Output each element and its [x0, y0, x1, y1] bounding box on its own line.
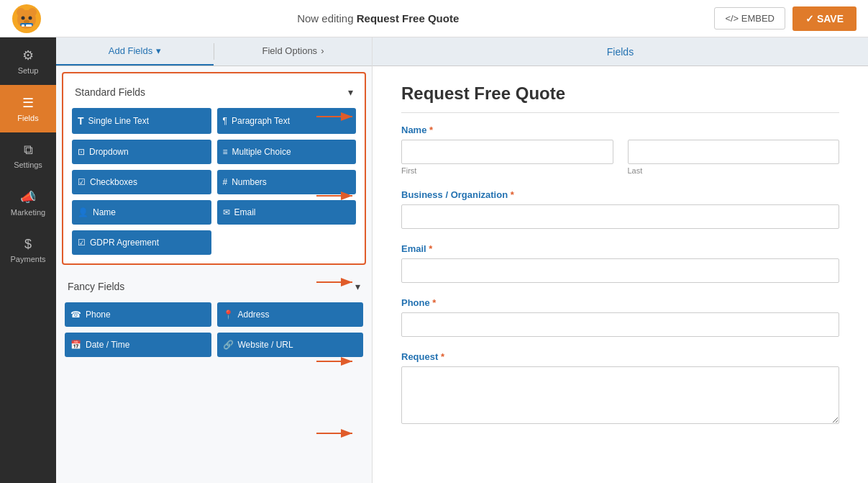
fancy-fields-collapse-icon[interactable]: ▾ [355, 281, 360, 292]
save-button[interactable]: ✓ SAVE [792, 6, 856, 31]
logo [12, 4, 42, 34]
form-preview-title: Request Free Quote [401, 83, 839, 113]
field-btn-email[interactable]: ✉ Email [217, 200, 357, 225]
form-preview: Request Free Quote Name * First Last [373, 66, 868, 483]
business-input[interactable] [401, 204, 839, 229]
form-field-request: Request * [401, 351, 839, 426]
fancy-fields-title: Fancy Fields [68, 281, 124, 292]
setup-icon: ⚙ [22, 48, 34, 63]
checkboxes-label: Checkboxes [90, 177, 137, 187]
dropdown-label: Dropdown [89, 147, 129, 157]
numbers-icon: # [223, 177, 228, 187]
fancy-fields-header: Fancy Fields ▾ [62, 274, 366, 299]
field-btn-dropdown[interactable]: ⊡ Dropdown [72, 140, 211, 164]
email-icon: ✉ [223, 207, 230, 217]
last-name-wrap: Last [628, 140, 840, 175]
name-inputs: First Last [401, 140, 839, 175]
request-field-label: Request * [401, 351, 839, 362]
svg-point-4 [22, 16, 25, 19]
field-btn-gdpr-agreement[interactable]: ☑ GDPR Agreement [72, 230, 211, 255]
email-field-label: Email * [401, 243, 839, 254]
field-btn-multiple-choice[interactable]: ≡ Multiple Choice [217, 140, 357, 164]
fields-inner: Standard Fields ▾ T Single Line Text ¶ P… [56, 66, 372, 483]
sidebar-item-label-settings: Settings [14, 161, 42, 169]
phone-input[interactable] [401, 312, 839, 337]
last-name-input[interactable] [628, 140, 840, 164]
fields-icon: ☰ [22, 95, 34, 111]
field-btn-paragraph-text[interactable]: ¶ Paragraph Text [217, 108, 357, 134]
content-top-bar-label: Fields [607, 46, 634, 58]
tab-add-fields[interactable]: Add Fields ▾ [56, 37, 214, 66]
header-actions: </> EMBED ✓ SAVE [714, 6, 856, 31]
marketing-icon: 📣 [20, 189, 36, 205]
multiple-choice-icon: ≡ [223, 147, 228, 157]
standard-fields-grid: T Single Line Text ¶ Paragraph Text ⊡ Dr… [69, 105, 359, 258]
form-field-name: Name * First Last [401, 125, 839, 175]
name-required-mark: * [429, 125, 433, 135]
field-btn-name[interactable]: 👤 Name [72, 200, 211, 225]
svg-rect-9 [26, 24, 32, 27]
fancy-fields-grid: ☎ Phone 📍 Address 📅 Date / Time 🔗 Websit… [62, 299, 366, 360]
email-required-mark: * [429, 243, 432, 254]
svg-point-5 [29, 16, 32, 19]
gdpr-label: GDPR Agreement [90, 238, 159, 248]
svg-point-6 [24, 19, 29, 23]
main-layout: ⚙ Setup ☰ Fields ⧉ Settings 📣 Marketing … [0, 37, 868, 483]
settings-icon: ⧉ [24, 143, 33, 158]
business-field-label: Business / Organization * [401, 189, 839, 200]
form-field-business: Business / Organization * [401, 189, 839, 229]
tab-field-options-label: Field Options [262, 45, 318, 56]
numbers-label: Numbers [232, 177, 267, 187]
email-input[interactable] [401, 258, 839, 283]
name-field-icon: 👤 [78, 207, 88, 217]
bear-logo-icon [12, 4, 42, 34]
add-fields-chevron-icon: ▾ [156, 45, 161, 56]
last-name-sub-label: Last [628, 166, 840, 175]
standard-fields-section: Standard Fields ▾ T Single Line Text ¶ P… [62, 72, 366, 265]
sidebar-item-marketing[interactable]: 📣 Marketing [0, 179, 56, 227]
sidebar-item-fields[interactable]: ☰ Fields [0, 85, 56, 132]
payments-icon: $ [24, 237, 32, 252]
content-top-bar: Fields [373, 37, 868, 66]
website-url-label: Website / URL [238, 340, 293, 350]
field-btn-phone[interactable]: ☎ Phone [65, 302, 211, 327]
gdpr-icon: ☑ [78, 238, 86, 248]
field-btn-date-time[interactable]: 📅 Date / Time [65, 333, 211, 357]
sidebar-item-settings[interactable]: ⧉ Settings [0, 132, 56, 179]
field-btn-checkboxes[interactable]: ☑ Checkboxes [72, 170, 211, 194]
tab-add-fields-label: Add Fields [109, 45, 152, 56]
tab-field-options[interactable]: Field Options › [214, 37, 372, 66]
sidebar-item-payments[interactable]: $ Payments [0, 227, 56, 274]
fancy-fields-section: Fancy Fields ▾ ☎ Phone 📍 Address 📅 Date … [62, 274, 366, 360]
business-required-mark: * [511, 189, 514, 200]
field-btn-address[interactable]: 📍 Address [217, 302, 364, 327]
sidebar-item-setup[interactable]: ⚙ Setup [0, 37, 56, 85]
multiple-choice-label: Multiple Choice [232, 147, 291, 157]
form-field-phone: Phone * [401, 297, 839, 337]
first-name-sub-label: First [401, 166, 613, 175]
address-icon: 📍 [223, 310, 234, 320]
first-name-input[interactable] [401, 140, 613, 164]
fields-panel: Add Fields ▾ Field Options › Standard Fi… [56, 37, 373, 483]
date-time-icon: 📅 [70, 340, 81, 350]
field-btn-single-line-text[interactable]: T Single Line Text [72, 108, 211, 134]
sidebar: ⚙ Setup ☰ Fields ⧉ Settings 📣 Marketing … [0, 37, 56, 483]
field-btn-website-url[interactable]: 🔗 Website / URL [217, 333, 364, 357]
field-btn-numbers[interactable]: # Numbers [217, 170, 357, 194]
content-panel: Fields Request Free Quote Name * First L… [373, 37, 868, 483]
sidebar-item-label-marketing: Marketing [11, 208, 45, 217]
date-time-label: Date / Time [86, 340, 129, 350]
request-textarea[interactable] [401, 366, 839, 424]
first-name-wrap: First [401, 140, 613, 175]
paragraph-text-label: Paragraph Text [232, 116, 290, 126]
standard-fields-title: Standard Fields [75, 86, 145, 98]
website-url-icon: 🔗 [223, 340, 234, 350]
phone-field-label: Phone * [401, 297, 839, 308]
sidebar-item-label-setup: Setup [18, 66, 39, 75]
standard-fields-header: Standard Fields ▾ [69, 79, 359, 105]
standard-fields-collapse-icon[interactable]: ▾ [348, 86, 353, 98]
header-title: Now editing Request Free Quote [297, 12, 459, 24]
embed-button[interactable]: </> EMBED [714, 7, 785, 30]
dropdown-icon: ⊡ [78, 147, 85, 157]
email-label: Email [234, 207, 256, 217]
